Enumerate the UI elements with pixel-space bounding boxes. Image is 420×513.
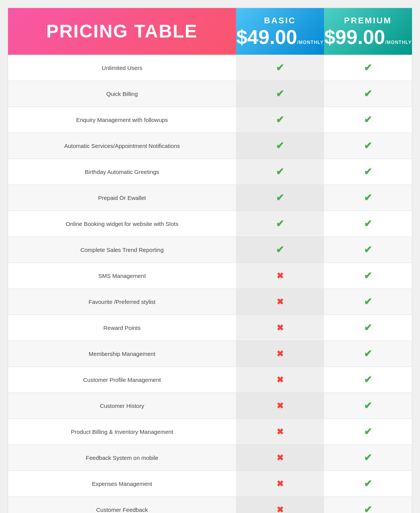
premium-feature-cell: ✔ xyxy=(324,237,412,263)
cross-icon: ✖ xyxy=(277,505,283,513)
check-icon: ✔ xyxy=(364,374,372,386)
feature-row: Complete Sales Trend Reporting✔✔ xyxy=(8,237,412,263)
basic-feature-cell: ✔ xyxy=(236,159,324,185)
premium-plan-period: /MONTHLY xyxy=(385,40,412,45)
feature-name: Customer Profile Management xyxy=(8,367,236,393)
check-icon: ✔ xyxy=(276,192,284,204)
cross-icon: ✖ xyxy=(277,349,283,359)
premium-plan-header: PREMIUM $99.00/MONTHLY xyxy=(324,8,412,55)
cross-icon: ✖ xyxy=(277,479,283,489)
feature-row: Automatic Services/Appointment Notificat… xyxy=(8,133,412,159)
feature-row: Feedback System on mobile✖✔ xyxy=(8,445,412,471)
premium-feature-cell: ✔ xyxy=(324,81,412,107)
cross-icon: ✖ xyxy=(277,297,283,307)
premium-feature-cell: ✔ xyxy=(324,471,412,497)
feature-row: Quick Billing✔✔ xyxy=(8,81,412,107)
feature-row: Enquiry Management with followups✔✔ xyxy=(8,107,412,133)
feature-name: Complete Sales Trend Reporting xyxy=(8,237,236,263)
check-icon: ✔ xyxy=(364,192,372,204)
feature-name: Feedback System on mobile xyxy=(8,445,236,471)
feature-name: Unlimited Users xyxy=(8,55,236,81)
basic-feature-cell: ✖ xyxy=(236,497,324,513)
basic-plan-header: BASIC $49.00/MONTHLY xyxy=(236,8,324,55)
cross-icon: ✖ xyxy=(277,401,283,411)
pricing-table-title: PRICING TABLE xyxy=(46,21,198,42)
header-row: PRICING TABLE BASIC $49.00/MONTHLY PREMI… xyxy=(8,8,412,55)
premium-feature-cell: ✔ xyxy=(324,263,412,289)
feature-name: Online Booking widget for website with S… xyxy=(8,211,236,237)
cross-icon: ✖ xyxy=(277,271,283,281)
feature-row: Online Booking widget for website with S… xyxy=(8,211,412,237)
cross-icon: ✖ xyxy=(277,427,283,437)
premium-feature-cell: ✔ xyxy=(324,497,412,513)
feature-name: Membership Management xyxy=(8,341,236,367)
check-icon: ✔ xyxy=(364,244,372,256)
basic-feature-cell: ✔ xyxy=(236,211,324,237)
feature-row: Expenses Management✖✔ xyxy=(8,471,412,497)
premium-feature-cell: ✔ xyxy=(324,445,412,471)
check-icon: ✔ xyxy=(276,62,284,74)
basic-feature-cell: ✖ xyxy=(236,263,324,289)
feature-name: Expenses Management xyxy=(8,471,236,497)
premium-feature-cell: ✔ xyxy=(324,185,412,211)
premium-feature-cell: ✔ xyxy=(324,393,412,419)
feature-name: Favourite /Preferred stylist xyxy=(8,289,236,315)
check-icon: ✔ xyxy=(364,478,372,490)
check-icon: ✔ xyxy=(364,322,372,334)
feature-row: Reward Points✖✔ xyxy=(8,315,412,341)
feature-row: Customer History✖✔ xyxy=(8,393,412,419)
check-icon: ✔ xyxy=(364,400,372,412)
premium-feature-cell: ✔ xyxy=(324,367,412,393)
premium-feature-cell: ✔ xyxy=(324,419,412,445)
check-icon: ✔ xyxy=(364,504,372,513)
check-icon: ✔ xyxy=(276,244,284,256)
feature-row: Favourite /Preferred stylist✖✔ xyxy=(8,289,412,315)
basic-feature-cell: ✖ xyxy=(236,393,324,419)
feature-name: Enquiry Management with followups xyxy=(8,107,236,133)
feature-row: Birthday Automatic Greetings✔✔ xyxy=(8,159,412,185)
basic-feature-cell: ✖ xyxy=(236,289,324,315)
cross-icon: ✖ xyxy=(277,323,283,333)
check-icon: ✔ xyxy=(276,140,284,152)
check-icon: ✔ xyxy=(276,88,284,100)
premium-plan-name: PREMIUM xyxy=(344,16,392,26)
basic-feature-cell: ✖ xyxy=(236,471,324,497)
check-icon: ✔ xyxy=(276,166,284,178)
features-container: Unlimited Users✔✔Quick Billing✔✔Enquiry … xyxy=(8,55,412,513)
check-icon: ✔ xyxy=(364,296,372,308)
premium-feature-cell: ✔ xyxy=(324,55,412,81)
basic-feature-cell: ✖ xyxy=(236,315,324,341)
check-icon: ✔ xyxy=(276,218,284,230)
feature-name: Birthday Automatic Greetings xyxy=(8,159,236,185)
basic-feature-cell: ✔ xyxy=(236,55,324,81)
feature-row: Product Billing & Inventory Management✖✔ xyxy=(8,419,412,445)
premium-feature-cell: ✔ xyxy=(324,133,412,159)
cross-icon: ✖ xyxy=(277,375,283,385)
feature-name: Automatic Services/Appointment Notificat… xyxy=(8,133,236,159)
feature-name: Reward Points xyxy=(8,315,236,341)
basic-feature-cell: ✖ xyxy=(236,367,324,393)
check-icon: ✔ xyxy=(364,270,372,282)
feature-row: Prepaid Or Ewallet✔✔ xyxy=(8,185,412,211)
feature-row: SMS Management✖✔ xyxy=(8,263,412,289)
cross-icon: ✖ xyxy=(277,453,283,463)
feature-name: Customer History xyxy=(8,393,236,419)
check-icon: ✔ xyxy=(364,140,372,152)
premium-feature-cell: ✔ xyxy=(324,107,412,133)
feature-row: Customer Profile Management✖✔ xyxy=(8,367,412,393)
basic-feature-cell: ✖ xyxy=(236,445,324,471)
premium-feature-cell: ✔ xyxy=(324,211,412,237)
premium-feature-cell: ✔ xyxy=(324,159,412,185)
basic-feature-cell: ✖ xyxy=(236,341,324,367)
basic-plan-period: /MONTHLY xyxy=(297,40,324,45)
basic-feature-cell: ✔ xyxy=(236,185,324,211)
feature-row: Membership Management✖✔ xyxy=(8,341,412,367)
feature-name: Customer Feedback xyxy=(8,497,236,513)
premium-feature-cell: ✔ xyxy=(324,289,412,315)
check-icon: ✔ xyxy=(364,166,372,178)
feature-name: Product Billing & Inventory Management xyxy=(8,419,236,445)
check-icon: ✔ xyxy=(364,114,372,126)
basic-feature-cell: ✔ xyxy=(236,81,324,107)
basic-feature-cell: ✔ xyxy=(236,133,324,159)
check-icon: ✔ xyxy=(364,218,372,230)
